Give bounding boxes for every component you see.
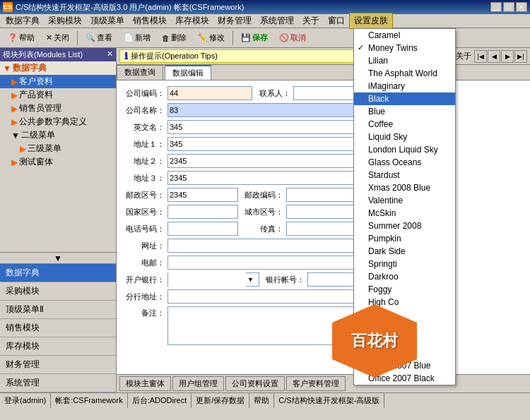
skin-item-caramel[interactable]: Caramel — [354, 29, 455, 42]
minimize-button[interactable]: _ — [490, 2, 502, 12]
nav-finance[interactable]: 财务管理 — [0, 356, 116, 374]
input-postal-code[interactable] — [167, 188, 238, 202]
input-fax[interactable] — [286, 222, 357, 236]
input-company-name[interactable] — [167, 103, 372, 117]
menu-about[interactable]: 关于 — [298, 13, 324, 28]
nav-sales[interactable]: 销售模块 — [0, 319, 116, 337]
input-addr3[interactable] — [167, 171, 372, 185]
menu-finance[interactable]: 财务管理 — [213, 13, 256, 28]
nav-top-menu2[interactable]: 顶级菜单Ⅱ — [0, 301, 116, 319]
bottom-tab-usergroup[interactable]: 用户组管理 — [172, 376, 224, 391]
input-zip-code[interactable] — [286, 188, 357, 202]
tree-item-params[interactable]: ▶ 公共参数字典定义 — [0, 115, 116, 128]
skin-item-black[interactable]: Black — [354, 92, 455, 105]
skin-item-imaginary[interactable]: iMaginary — [354, 80, 455, 92]
sidebar-scroll-down[interactable]: ▼ — [0, 252, 116, 263]
skin-item-asphalt[interactable]: The Asphalt World — [354, 67, 455, 80]
form-row-addr2: 地址２： — [122, 154, 524, 168]
menu-purchase[interactable]: 采购模块 — [44, 13, 86, 28]
nav-data-dict[interactable]: 数据字典 — [0, 264, 116, 282]
menu-inventory[interactable]: 库存模块 — [171, 13, 213, 28]
tree-category-data-dict[interactable]: ▼ 数据字典 — [0, 61, 116, 75]
menu-system[interactable]: 系统管理 — [256, 13, 298, 28]
input-eng-name[interactable] — [167, 120, 372, 134]
skin-item-seven[interactable]: Seven — [354, 308, 455, 321]
menu-data-dict[interactable]: 数据字典 — [1, 13, 44, 28]
nav-last-button[interactable]: ▶| — [514, 50, 527, 63]
skin-item-stardust[interactable]: Stardust — [354, 169, 455, 181]
skin-item-liquid-sky[interactable]: Liquid Sky — [354, 131, 455, 143]
input-city-code[interactable] — [286, 205, 357, 219]
skin-item-xmas[interactable]: Xmas 2008 Blue — [354, 181, 455, 194]
menu-sales[interactable]: 销售模块 — [129, 13, 171, 28]
skin-item-highco[interactable]: High Co — [354, 296, 455, 308]
nav-next-button[interactable]: ▶ — [501, 50, 514, 63]
skin-item-pumpkin[interactable]: Pumpkin — [354, 232, 455, 245]
skin-item-money-twins[interactable]: Money Twins — [354, 42, 455, 54]
skin-item-valentine[interactable]: Valentine — [354, 194, 455, 207]
edit-button[interactable]: ✏️ 修改 — [193, 30, 230, 46]
menu-skin[interactable]: 设置皮肤 — [349, 13, 393, 29]
skin-item-coffee[interactable]: Coffee — [354, 118, 455, 131]
add-button[interactable]: 📄 新增 — [119, 30, 155, 46]
close-button[interactable]: ✕ — [516, 2, 527, 12]
tree-item-product[interactable]: ▶ 产品资料 — [0, 88, 116, 102]
tree-item-menu3[interactable]: ▶ 三级菜单 — [0, 142, 116, 155]
close-toolbar-button[interactable]: ✕ 关闭 — [41, 30, 74, 46]
tab-data-query[interactable]: 数据查询 — [117, 65, 163, 80]
input-country-code[interactable] — [167, 205, 238, 219]
tab-data-edit[interactable]: 数据编辑 — [165, 65, 211, 80]
nav-first-button[interactable]: |◀ — [474, 50, 487, 63]
input-addr2[interactable] — [167, 154, 372, 168]
skin-item-sharp[interactable]: Sharp — [354, 334, 455, 347]
sidebar-close-icon[interactable]: ✕ — [107, 49, 113, 60]
skin-item-london[interactable]: London Liquid Sky — [354, 143, 455, 156]
label-bank: 开户银行： — [122, 275, 165, 285]
tree-item-testform[interactable]: ▶ 测试窗体 — [0, 155, 116, 169]
input-bank[interactable] — [168, 272, 246, 287]
input-website[interactable] — [167, 239, 372, 253]
skin-item-blue[interactable]: Blue — [354, 105, 455, 118]
nav-prev-button[interactable]: ◀ — [488, 50, 500, 63]
skin-item-darkside[interactable]: Dark Side — [354, 245, 455, 258]
window-controls[interactable]: _ □ ✕ — [490, 2, 527, 12]
input-phone[interactable] — [167, 222, 238, 236]
maximize-button[interactable]: □ — [503, 2, 514, 12]
tree-item-salesperson[interactable]: ▶ 销售员管理 — [0, 102, 116, 115]
skin-item-mcskin[interactable]: McSkin — [354, 207, 455, 220]
nav-system-mgmt[interactable]: 系统管理 — [0, 374, 116, 392]
skin-item-darkroo[interactable]: Darkroo — [354, 270, 455, 283]
bottom-tab-main[interactable]: 模块主窗体 — [119, 376, 171, 391]
skin-item-springti[interactable]: Springti — [354, 258, 455, 270]
nav-purchase[interactable]: 采购模块 — [0, 282, 116, 301]
skin-item-sharpplus[interactable]: Sharp Plus — [354, 347, 455, 359]
tree-item-menu2[interactable]: ▼ 二级菜单 — [0, 128, 116, 142]
skin-item-seven-c[interactable]: Seven C — [354, 321, 455, 334]
skin-item-office-black[interactable]: Office 2007 Black — [354, 372, 455, 385]
input-branch-addr[interactable] — [167, 289, 372, 304]
bank-dropdown-icon[interactable]: ▼ — [246, 275, 255, 284]
form-row-website: 网址： — [122, 239, 524, 253]
view-button[interactable]: 🔍 查看 — [81, 30, 117, 46]
save-button[interactable]: 💾 保存 — [236, 30, 273, 46]
menu-top-menu[interactable]: 顶级菜单 — [86, 13, 129, 28]
content-close-label[interactable]: 关于 — [456, 51, 471, 61]
skin-item-foggy[interactable]: Foggy — [354, 283, 455, 296]
skin-dropdown-menu[interactable]: Caramel Money Twins Lilian The Asphalt W… — [353, 28, 456, 385]
skin-item-office-blue[interactable]: Office 2007 Blue — [354, 359, 455, 372]
skin-item-glass[interactable]: Glass Oceans — [354, 156, 455, 169]
input-email[interactable] — [167, 256, 372, 270]
delete-button[interactable]: 🗑 删除 — [157, 30, 192, 46]
input-remark[interactable] — [167, 306, 372, 345]
help-button[interactable]: ❓ 帮助 — [3, 30, 40, 46]
cancel-button[interactable]: 🚫 取消 — [274, 30, 311, 46]
bottom-tab-company[interactable]: 公司资料设置 — [225, 376, 285, 391]
input-company-code[interactable] — [167, 86, 252, 100]
input-addr1[interactable] — [167, 137, 372, 151]
skin-item-lilian[interactable]: Lilian — [354, 54, 455, 67]
nav-inventory[interactable]: 库存模块 — [0, 337, 116, 356]
tree-item-customer[interactable]: ▶ 客户资料 — [0, 75, 116, 88]
bottom-tab-customer[interactable]: 客户资料管理 — [286, 376, 346, 391]
menu-window[interactable]: 窗口 — [324, 13, 349, 28]
skin-item-summer[interactable]: Summer 2008 — [354, 220, 455, 232]
